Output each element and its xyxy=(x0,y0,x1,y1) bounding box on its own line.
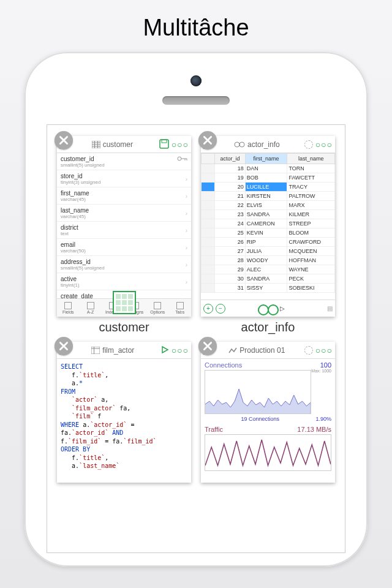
card-title: Production 01 xyxy=(212,346,302,355)
data-table-wrap: actor_idfirst_namelast_name18DANTORN19BO… xyxy=(201,153,335,300)
chevron-icon: › xyxy=(186,209,187,216)
svg-marker-17 xyxy=(162,347,168,353)
field-row[interactable]: store_idtinyint(3) unsigned› xyxy=(57,170,191,187)
sql-editor[interactable]: SELECT f.`title`, a.* FROM `actor` a, `f… xyxy=(57,359,191,474)
page-title: Multitâche xyxy=(0,0,392,52)
cell-production: Production 01 ○○○ Connections 100 Max: 1… xyxy=(196,338,340,486)
chevron-icon: › xyxy=(186,227,187,233)
clock-icon[interactable] xyxy=(304,140,313,149)
chevron-icon: › xyxy=(186,175,187,182)
table-icon xyxy=(91,347,100,354)
field-row[interactable]: activetinyint(1)› xyxy=(57,273,191,290)
column-header[interactable]: last_name xyxy=(287,154,335,164)
field-type: smallint(5) unsigned xyxy=(61,265,187,271)
list-icon[interactable]: ▤ xyxy=(327,305,333,312)
close-button-film-actor[interactable] xyxy=(55,337,73,355)
chevron-icon: › xyxy=(186,278,187,285)
chevron-icon: › xyxy=(186,261,187,268)
table-footer: + − ◁ 1 ▷ ▤ xyxy=(201,300,335,317)
field-name: last_name xyxy=(61,207,187,214)
card-film-actor[interactable]: film_actor ○○○ SELECT f.`title`, a.* FRO… xyxy=(57,342,191,483)
field-name: address_id xyxy=(61,258,187,265)
card-label: customer xyxy=(57,320,191,334)
table-row[interactable]: 25KEVINBLOOM xyxy=(202,228,335,238)
card-title-text: Production 01 xyxy=(239,346,285,355)
close-button-customer[interactable] xyxy=(55,131,73,149)
more-icon[interactable]: ○○○ xyxy=(315,140,333,149)
more-icon[interactable]: ○○○ xyxy=(172,345,189,355)
table-row[interactable]: 29ALECWAYNE xyxy=(202,265,335,274)
add-row-button[interactable]: + xyxy=(203,304,213,314)
connections-max: Max: 1000 xyxy=(311,369,331,373)
card-production[interactable]: Production 01 ○○○ Connections 100 Max: 1… xyxy=(201,342,335,483)
table-row[interactable]: 23SANDRAKILMER xyxy=(202,210,335,219)
card-title-text: film_actor xyxy=(102,346,134,355)
more-icon[interactable]: ○○○ xyxy=(172,140,189,149)
data-table[interactable]: actor_idfirst_namelast_name18DANTORN19BO… xyxy=(201,153,335,293)
tab-fields[interactable]: Fields xyxy=(57,299,80,317)
field-row[interactable]: emailvarchar(50)› xyxy=(57,239,191,256)
cell-actor-info: actor_info ○○○ actor_idfirst_namelast_na… xyxy=(196,132,340,338)
field-row[interactable]: last_namevarchar(45)› xyxy=(57,205,191,222)
card-actor-info[interactable]: actor_info ○○○ actor_idfirst_namelast_na… xyxy=(201,136,335,317)
table-row[interactable]: 18DANTORN xyxy=(202,164,335,173)
tab-bar: FieldsA-ZIndexesForeignsOptionsTabs xyxy=(57,298,191,317)
cell-customer: customer ○○○ customer_idsmallint(5) unsi… xyxy=(52,132,196,338)
table-row[interactable]: 19BOBFAWCETT xyxy=(202,173,335,183)
connections-value: 100 xyxy=(320,361,331,369)
close-icon xyxy=(203,136,212,145)
card-title-text: customer xyxy=(103,140,133,149)
close-icon xyxy=(59,342,68,350)
field-row[interactable]: customer_idsmallint(5) unsigned xyxy=(57,153,191,170)
table-row[interactable]: 28WOODYHOFFMAN xyxy=(202,256,335,265)
table-row[interactable]: 21KIRSTENPALTROW xyxy=(202,192,335,201)
table-row[interactable]: 31SISSYSOBIESKI xyxy=(202,284,335,293)
connections-chart xyxy=(205,370,311,414)
phone-speaker xyxy=(162,96,230,105)
key-icon xyxy=(176,156,187,163)
tab-tabs[interactable]: Tabs xyxy=(169,299,192,317)
column-header[interactable]: first_name xyxy=(245,154,287,164)
glasses-icon xyxy=(234,141,245,148)
grid-icon[interactable] xyxy=(113,291,136,314)
field-row[interactable]: address_idsmallint(5) unsigned› xyxy=(57,256,191,273)
more-icon[interactable]: ○○○ xyxy=(315,345,333,355)
card-header: film_actor ○○○ xyxy=(57,342,191,359)
svg-rect-6 xyxy=(160,140,168,148)
table-row[interactable]: 27JULIAMCQUEEN xyxy=(202,247,335,256)
table-row[interactable]: 30SANDRAPECK xyxy=(202,274,335,284)
phone-screen: customer ○○○ customer_idsmallint(5) unsi… xyxy=(47,124,345,553)
table-row[interactable]: 20LUCILLETRACY xyxy=(202,183,335,192)
field-type: tinyint(1) xyxy=(61,282,187,288)
field-row[interactable]: districttext› xyxy=(57,222,191,239)
close-button-production[interactable] xyxy=(198,337,217,355)
table-row[interactable]: 24CAMERONSTREEP xyxy=(202,219,335,228)
save-icon[interactable] xyxy=(159,139,169,150)
field-name: active xyxy=(61,276,187,282)
close-button-actor-info[interactable] xyxy=(198,131,217,149)
cell-film-actor: film_actor ○○○ SELECT f.`title`, a.* FRO… xyxy=(52,338,196,486)
glasses-icon[interactable] xyxy=(258,304,279,315)
table-row[interactable]: 22ELVISMARX xyxy=(202,201,335,210)
tab-a-z[interactable]: A-Z xyxy=(80,299,102,317)
play-icon[interactable] xyxy=(160,345,169,355)
card-label: actor_info xyxy=(201,320,335,334)
card-title: actor_info xyxy=(212,140,302,149)
card-customer[interactable]: customer ○○○ customer_idsmallint(5) unsi… xyxy=(57,136,191,317)
card-title-text: actor_info xyxy=(247,140,280,149)
table-icon xyxy=(92,141,100,148)
traffic-value: 17.13 MB/s xyxy=(297,426,331,433)
tab-options[interactable]: Options xyxy=(146,299,169,317)
field-type: varchar(50) xyxy=(61,248,187,254)
table-row[interactable]: 26RIPCRAWFORD xyxy=(202,238,335,247)
chart-icon xyxy=(228,347,237,354)
clock-icon[interactable] xyxy=(304,346,313,355)
remove-row-button[interactable]: − xyxy=(216,304,225,314)
close-icon xyxy=(59,136,68,145)
column-header[interactable]: actor_id xyxy=(215,154,246,164)
svg-rect-14 xyxy=(91,347,100,354)
field-row[interactable]: first_namevarchar(45)› xyxy=(57,187,191,205)
card-title: film_actor xyxy=(68,346,158,355)
field-type: smallint(5) unsigned xyxy=(61,162,187,168)
field-name: customer_id xyxy=(61,156,187,162)
